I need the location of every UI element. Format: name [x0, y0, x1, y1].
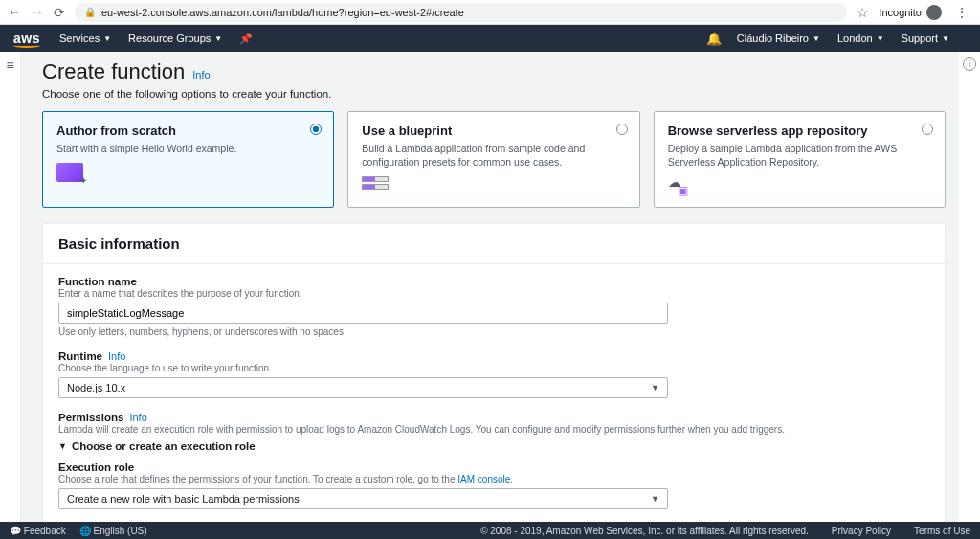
nav-pin-icon[interactable]: 📌: [239, 33, 253, 45]
copyright: © 2008 - 2019, Amazon Web Services, Inc.…: [480, 526, 809, 536]
radio-icon: [310, 124, 322, 135]
help-panel-icon[interactable]: i: [963, 57, 976, 71]
field-permissions: PermissionsInfo Lambda will create an ex…: [58, 412, 929, 452]
aws-top-nav: aws Services▼ Resource Groups▼ 📌 🔔 Cláud…: [0, 25, 980, 52]
forward-icon[interactable]: →: [31, 5, 44, 20]
card-use-blueprint[interactable]: Use a blueprint Build a Lambda applicati…: [347, 111, 639, 208]
card-author-from-scratch[interactable]: Author from scratch Start with a simple …: [42, 111, 334, 208]
radio-icon: [616, 124, 628, 135]
browser-menu-icon[interactable]: ⋮: [951, 5, 972, 20]
terms-link[interactable]: Terms of Use: [914, 526, 970, 536]
incognito-indicator: Incognito: [879, 5, 942, 20]
right-rail: i: [959, 52, 980, 522]
notifications-icon[interactable]: 🔔: [706, 32, 722, 46]
nav-services[interactable]: Services▼: [59, 33, 111, 44]
option-cards: Author from scratch Start with a simple …: [42, 111, 946, 208]
basic-info-panel: Basic information Function name Enter a …: [42, 223, 946, 522]
privacy-link[interactable]: Privacy Policy: [832, 526, 891, 536]
execution-role-expander[interactable]: Choose or create an execution role: [58, 440, 929, 452]
reload-icon[interactable]: ⟳: [54, 5, 65, 20]
panel-header: Basic information: [43, 224, 945, 264]
nav-region[interactable]: London▼: [837, 33, 884, 44]
lock-icon: 🔒: [84, 7, 96, 17]
nav-support[interactable]: Support▼: [902, 33, 949, 44]
back-icon[interactable]: ←: [8, 5, 21, 20]
feedback-link[interactable]: 💬 Feedback: [10, 526, 66, 536]
url-bar[interactable]: 🔒 eu-west-2.console.aws.amazon.com/lambd…: [75, 3, 847, 22]
info-link[interactable]: Info: [129, 412, 146, 423]
info-link[interactable]: Info: [108, 350, 125, 362]
browser-chrome: ← → ⟳ 🔒 eu-west-2.console.aws.amazon.com…: [0, 0, 980, 25]
page-title: Create function Info: [42, 59, 946, 84]
aws-logo[interactable]: aws: [13, 31, 40, 46]
blueprint-icon: [362, 176, 389, 195]
url-text: eu-west-2.console.aws.amazon.com/lambda/…: [101, 7, 464, 18]
scratch-icon: [56, 163, 83, 182]
main-content: Create function Info Choose one of the f…: [21, 52, 959, 522]
language-selector[interactable]: 🌐 English (US): [79, 526, 147, 536]
aws-footer: 💬 Feedback 🌐 English (US) © 2008 - 2019,…: [0, 522, 980, 539]
iam-console-link[interactable]: IAM console: [457, 474, 510, 484]
card-serverless-repo[interactable]: Browse serverless app repository Deploy …: [654, 111, 946, 208]
field-runtime: RuntimeInfo Choose the language to use t…: [58, 350, 929, 398]
nav-user[interactable]: Cláudio Ribeiro▼: [737, 33, 820, 44]
field-function-name: Function name Enter a name that describe…: [58, 276, 929, 337]
bookmark-icon[interactable]: ☆: [857, 5, 869, 20]
left-rail: ≡: [0, 52, 21, 522]
incognito-icon: [926, 5, 942, 20]
runtime-select[interactable]: Node.js 10.x: [58, 377, 668, 398]
field-execution-role: Execution role Choose a role that define…: [58, 461, 929, 509]
radio-icon: [922, 124, 933, 135]
execution-role-select[interactable]: Create a new role with basic Lambda perm…: [58, 488, 668, 509]
repo-icon: [668, 176, 695, 195]
nav-resource-groups[interactable]: Resource Groups▼: [128, 33, 222, 44]
function-name-input[interactable]: [58, 303, 668, 324]
menu-toggle-icon[interactable]: ≡: [6, 57, 13, 522]
info-link[interactable]: Info: [192, 69, 210, 80]
page-subtitle: Choose one of the following options to c…: [42, 88, 946, 100]
